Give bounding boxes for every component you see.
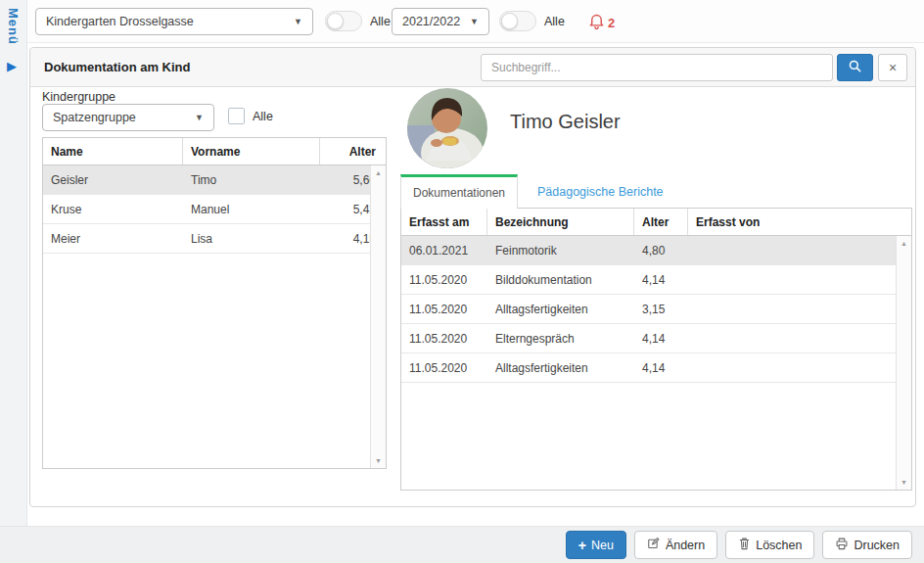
cell-name: Meier [43, 224, 183, 253]
child-name: Timo Geisler [510, 111, 621, 133]
year-select-value: 2021/2022 [402, 15, 460, 28]
table-row[interactable]: 11.05.2020 Alltagsfertigkeiten 4,14 [401, 353, 911, 383]
kindergruppe-select-value: Spatzengruppe [53, 111, 136, 124]
kindergarten-all-toggle[interactable] [325, 11, 362, 31]
cell-vorname: Lisa [183, 224, 320, 253]
trash-icon [738, 537, 751, 553]
cell-alter: 4,14 [634, 265, 688, 294]
cell-bezeichnung: Feinmotorik [487, 236, 634, 264]
topbar: Kindergarten Drosselgasse ▼ Alle 2021/20… [27, 0, 924, 43]
clear-search-button[interactable]: × [878, 54, 907, 81]
edit-icon [647, 537, 661, 553]
cell-erfasst-am: 11.05.2020 [401, 353, 487, 382]
cell-erfasst-am: 11.05.2020 [401, 324, 487, 352]
notifications-button[interactable]: 2 [587, 11, 615, 34]
search-group: × [481, 54, 907, 81]
alle-checkbox-label: Alle [253, 110, 273, 123]
panel-header: Dokumentation am Kind × [30, 48, 915, 87]
close-icon: × [889, 60, 897, 75]
expand-menu-arrow-icon[interactable]: ▶ [7, 59, 17, 73]
detail-tabs: Dokumentationen Pädagogische Berichte [400, 174, 912, 209]
children-table-scrollbar[interactable]: ▲ ▼ [370, 165, 386, 468]
cell-erfasst-von [688, 236, 911, 264]
cell-erfasst-am: 06.01.2021 [401, 236, 487, 264]
cell-alter: 4,80 [634, 236, 688, 264]
kindergruppe-select[interactable]: Spatzengruppe ▼ [42, 104, 214, 131]
scroll-down-icon[interactable]: ▼ [371, 457, 386, 464]
cell-erfasst-am: 11.05.2020 [401, 265, 487, 294]
neu-button[interactable]: + Neu [566, 531, 626, 559]
page-title: Dokumentation am Kind [44, 60, 191, 74]
toggle-knob [327, 13, 344, 29]
scroll-up-icon[interactable]: ▲ [897, 240, 911, 247]
menu-toggle[interactable]: Menü [6, 8, 21, 45]
tab-paedagogische-berichte[interactable]: Pädagogische Berichte [518, 174, 683, 209]
cell-erfasst-am: 11.05.2020 [401, 295, 487, 323]
cell-bezeichnung: Bilddokumentation [487, 265, 634, 294]
cell-vorname: Manuel [183, 195, 320, 223]
aendern-button[interactable]: Ändern [634, 531, 717, 559]
child-photo-avatar [407, 88, 487, 168]
year-all-toggle-label: Alle [544, 15, 565, 28]
neu-button-label: Neu [591, 539, 614, 552]
documentation-table: Erfasst am Bezeichnung Alter Erfasst von… [400, 208, 912, 491]
scroll-down-icon[interactable]: ▼ [897, 479, 911, 486]
table-row[interactable]: Meier Lisa 4,15 [43, 224, 386, 254]
chevron-down-icon: ▼ [460, 17, 479, 26]
loeschen-button-label: Löschen [756, 539, 802, 552]
sidebar-rail: Menü ▶ [0, 0, 27, 526]
table-row[interactable]: Kruse Manuel 5,42 [43, 195, 386, 224]
search-button[interactable] [837, 54, 873, 81]
cell-erfasst-von [688, 265, 911, 294]
bell-icon [587, 11, 606, 34]
column-header: Vorname [183, 138, 320, 164]
column-header: Alter [634, 209, 688, 235]
table-row[interactable]: Geisler Timo 5,66 [43, 165, 386, 195]
notification-count-badge: 2 [608, 16, 615, 30]
cell-name: Kruse [43, 195, 183, 223]
table-row[interactable]: 11.05.2020 Alltagsfertigkeiten 3,15 [401, 295, 911, 324]
table-row[interactable]: 11.05.2020 Bilddokumentation 4,14 [401, 265, 911, 295]
plus-icon: + [578, 538, 586, 553]
cell-alter: 3,15 [634, 295, 688, 323]
aendern-button-label: Ändern [666, 539, 705, 552]
year-select[interactable]: 2021/2022 ▼ [392, 8, 489, 35]
column-header: Name [43, 138, 183, 164]
chevron-down-icon: ▼ [185, 113, 204, 122]
cell-erfasst-von [688, 324, 911, 352]
column-header: Erfasst am [401, 209, 487, 235]
table-row[interactable]: 11.05.2020 Elterngespräch 4,14 [401, 324, 911, 353]
toggle-knob [501, 13, 518, 29]
tab-dokumentationen[interactable]: Dokumentationen [400, 174, 518, 209]
children-table-header: Name Vorname Alter [43, 138, 386, 165]
chevron-down-icon: ▼ [284, 17, 302, 26]
cell-alter: 4,14 [634, 324, 688, 352]
cell-vorname: Timo [183, 165, 320, 194]
panel-body: Kindergruppe Spatzengruppe ▼ Alle Name V… [30, 87, 915, 507]
cell-erfasst-von [688, 353, 911, 382]
search-input[interactable] [481, 54, 833, 81]
search-icon [848, 59, 862, 76]
documentation-table-scrollbar[interactable]: ▲ ▼ [896, 236, 911, 490]
drucken-button-label: Drucken [854, 539, 900, 552]
alle-checkbox[interactable] [228, 108, 245, 124]
drucken-button[interactable]: Drucken [822, 531, 912, 559]
kindergarten-select-value: Kindergarten Drosselgasse [46, 15, 194, 28]
table-row[interactable]: 06.01.2021 Feinmotorik 4,80 [401, 236, 911, 265]
dokumentation-panel: Dokumentation am Kind × Kindergruppe [29, 47, 916, 507]
loeschen-button[interactable]: Löschen [725, 531, 814, 559]
scroll-up-icon[interactable]: ▲ [371, 169, 386, 176]
cell-name: Geisler [43, 165, 183, 194]
kindergarten-all-toggle-label: Alle [370, 15, 391, 28]
cell-bezeichnung: Elterngespräch [487, 324, 634, 352]
column-header: Bezeichnung [487, 209, 634, 235]
action-bar: + Neu Ändern Löschen [0, 526, 924, 563]
spacer [27, 507, 924, 526]
column-header: Alter [320, 138, 386, 164]
year-all-toggle[interactable] [499, 11, 536, 31]
cell-bezeichnung: Alltagsfertigkeiten [487, 353, 634, 382]
kindergarten-select[interactable]: Kindergarten Drosselgasse ▼ [35, 8, 313, 35]
column-header: Erfasst von [688, 209, 911, 235]
cell-erfasst-von [688, 295, 911, 323]
cell-alter: 4,14 [634, 353, 688, 382]
